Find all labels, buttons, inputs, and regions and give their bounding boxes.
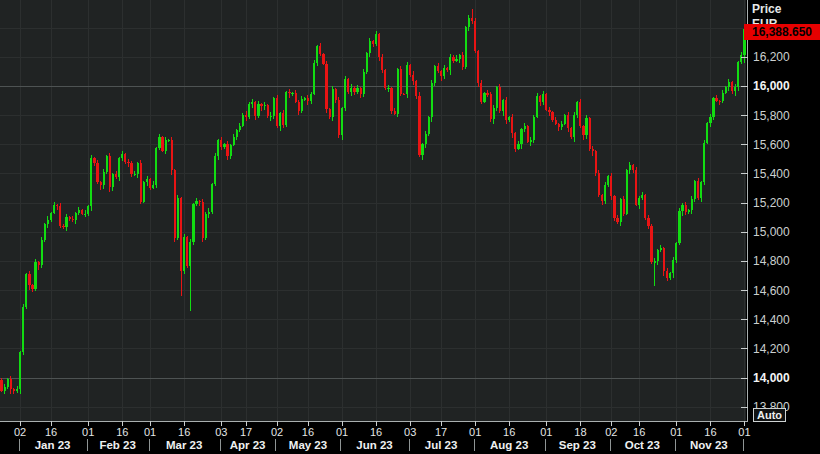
candle-up xyxy=(449,57,451,71)
day-tick-label: 16 xyxy=(370,426,382,438)
candle-down xyxy=(93,158,95,163)
candle-up xyxy=(211,184,213,211)
candlestick-plot-area[interactable] xyxy=(0,0,746,421)
month-label: Aug 23 xyxy=(490,439,528,451)
candle-down xyxy=(96,163,98,182)
candle-down xyxy=(592,149,594,151)
candle-up xyxy=(44,224,46,240)
candle-up xyxy=(316,46,318,62)
candle-down xyxy=(59,206,61,226)
candle-down xyxy=(282,113,284,125)
candle-up xyxy=(106,156,108,172)
candle-down xyxy=(650,226,652,262)
candle-up xyxy=(455,59,457,61)
candle-down xyxy=(514,133,516,148)
time-axis[interactable]: 0216011601160317021601160317011601180216… xyxy=(0,422,820,454)
month-label: May 23 xyxy=(289,439,327,451)
candle-up xyxy=(192,204,194,242)
candle-up xyxy=(118,158,120,176)
candle-up xyxy=(681,205,683,212)
candle-up xyxy=(688,210,690,212)
candle-down xyxy=(415,81,417,96)
candle-up xyxy=(375,34,377,44)
candle-down xyxy=(558,124,560,127)
month-separator xyxy=(220,439,221,451)
candle-up xyxy=(604,185,606,200)
candle-up xyxy=(332,89,334,117)
candle-down xyxy=(319,46,321,54)
candle-down xyxy=(477,51,479,83)
candle-up xyxy=(177,198,179,238)
candle-down xyxy=(226,144,228,156)
candle-up xyxy=(660,248,662,250)
candle-up xyxy=(493,108,495,119)
candle-up xyxy=(78,210,80,213)
candle-down xyxy=(666,271,668,277)
candle-down xyxy=(335,89,337,100)
candle-down xyxy=(623,199,625,214)
candle-down xyxy=(644,195,646,218)
day-tick-label: 16 xyxy=(503,426,515,438)
candle-up xyxy=(239,126,241,130)
candle-down xyxy=(394,111,396,113)
day-tick-label: 16 xyxy=(302,426,314,438)
price-axis-label: 14,800 xyxy=(753,254,790,268)
candle-down xyxy=(409,65,411,75)
candle-down xyxy=(715,98,717,101)
candle-up xyxy=(41,240,43,265)
candle-down xyxy=(384,70,386,88)
candle-up xyxy=(691,199,693,210)
candle-up xyxy=(251,102,253,104)
candle-up xyxy=(291,93,293,94)
auto-scale-button[interactable]: Auto xyxy=(753,408,786,422)
candle-up xyxy=(585,118,587,135)
candle-up xyxy=(313,63,315,94)
candle-up xyxy=(273,98,275,116)
candle-up xyxy=(533,117,535,140)
candle-up xyxy=(675,243,677,259)
candle-up xyxy=(425,134,427,144)
month-separator xyxy=(474,439,475,451)
candle-down xyxy=(527,126,529,142)
candle-up xyxy=(421,144,423,155)
candle-up xyxy=(366,53,368,72)
price-axis-label: 16,200 xyxy=(753,50,790,64)
candle-down xyxy=(452,57,454,61)
candle-up xyxy=(248,104,250,118)
candle-up xyxy=(520,129,522,144)
candle-up xyxy=(134,174,136,175)
price-tick-mark xyxy=(741,261,748,262)
candle-up xyxy=(310,94,312,102)
candle-up xyxy=(524,126,526,130)
candle-up xyxy=(4,387,6,391)
candle-down xyxy=(412,75,414,81)
candle-down xyxy=(186,237,188,266)
month-separator xyxy=(87,439,88,451)
candlestick-chart[interactable] xyxy=(0,0,746,421)
candle-down xyxy=(663,248,665,271)
candle-down xyxy=(69,217,71,218)
candle-down xyxy=(613,196,615,217)
candle-down xyxy=(38,262,40,265)
candle-up xyxy=(155,148,157,185)
price-axis-label: 15,800 xyxy=(753,109,790,123)
candle-up xyxy=(53,205,55,213)
candle-down xyxy=(570,128,572,137)
candle-up xyxy=(576,102,578,115)
month-separator xyxy=(545,439,546,451)
price-tick-mark xyxy=(741,144,748,145)
candle-up xyxy=(465,27,467,67)
candle-down xyxy=(298,102,300,111)
price-axis-label: 14,400 xyxy=(753,313,790,327)
candle-down xyxy=(595,151,597,173)
candle-down xyxy=(490,94,492,120)
candle-up xyxy=(654,261,656,262)
candle-up xyxy=(75,213,77,220)
day-tick-label: 16 xyxy=(633,426,645,438)
candle-down xyxy=(462,55,464,67)
month-separator xyxy=(675,439,676,451)
price-axis-label: 15,200 xyxy=(753,196,790,210)
candle-down xyxy=(276,98,278,127)
candle-down xyxy=(731,82,733,91)
candle-down xyxy=(685,205,687,213)
